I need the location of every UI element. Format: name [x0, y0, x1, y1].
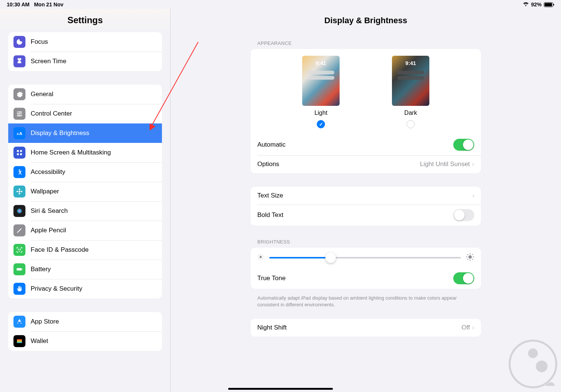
- appearance-dark[interactable]: 9:41 Dark: [392, 56, 429, 128]
- sidebar-item-display-brightness[interactable]: AA Display & Brightness: [8, 123, 162, 143]
- sidebar-item-apple-pencil[interactable]: Apple Pencil: [8, 221, 162, 240]
- text-panel: Text Size › Bold Text: [251, 187, 481, 226]
- sidebar-item-faceid[interactable]: Face ID & Passcode: [8, 240, 162, 260]
- radio-dark[interactable]: [407, 120, 415, 128]
- svg-point-18: [16, 191, 18, 192]
- sidebar-item-label: Face ID & Passcode: [31, 246, 89, 254]
- svg-rect-10: [17, 150, 19, 152]
- automatic-label: Automatic: [257, 141, 286, 148]
- sidebar-item-appstore[interactable]: App Store: [8, 312, 162, 331]
- sidebar-item-general[interactable]: General: [8, 85, 162, 104]
- sidebar-item-privacy[interactable]: Privacy & Security: [8, 279, 162, 298]
- night-shift-panel: Night Shift Off›: [251, 319, 481, 337]
- svg-rect-25: [17, 339, 22, 340]
- svg-rect-5: [17, 115, 22, 116]
- wifi-icon: [523, 2, 529, 7]
- svg-text:A: A: [17, 132, 19, 136]
- faceid-icon: [13, 244, 25, 256]
- chevron-right-icon: ›: [472, 160, 474, 168]
- sidebar-item-label: General: [31, 91, 53, 98]
- svg-point-33: [536, 361, 548, 372]
- sidebar-item-label: App Store: [31, 318, 59, 325]
- sidebar-item-label: Wallpaper: [31, 188, 59, 195]
- sidebar-group-2: App Store Wallet: [8, 312, 162, 351]
- svg-point-28: [260, 256, 262, 258]
- sidebar-item-label: Accessibility: [31, 168, 65, 176]
- svg-rect-12: [17, 153, 19, 155]
- appearance-light[interactable]: 9:41 Light: [302, 56, 340, 128]
- svg-rect-23: [17, 268, 22, 271]
- options-value: Light Until Sunset: [420, 160, 470, 168]
- moon-icon: [13, 36, 25, 48]
- status-time: 10:30 AM: [7, 1, 30, 7]
- options-row[interactable]: Options Light Until Sunset›: [251, 155, 481, 173]
- sidebar-item-control-center[interactable]: Control Center: [8, 104, 162, 123]
- sidebar-item-home-screen[interactable]: Home Screen & Multitasking: [8, 143, 162, 162]
- preview-light: 9:41: [302, 56, 340, 106]
- detail-title: Display & Brightness: [171, 9, 561, 40]
- sidebar-group-0: Focus Screen Time: [8, 32, 162, 71]
- sidebar-item-label: Control Center: [31, 110, 72, 117]
- svg-rect-24: [22, 269, 23, 270]
- siri-icon: [13, 205, 25, 217]
- automatic-toggle[interactable]: [453, 139, 474, 151]
- battery-icon: [13, 263, 25, 275]
- night-shift-row[interactable]: Night Shift Off›: [251, 319, 481, 337]
- night-shift-value: Off: [462, 324, 470, 331]
- grid-icon: [13, 147, 25, 159]
- radio-light[interactable]: [317, 120, 325, 128]
- true-tone-toggle[interactable]: [453, 272, 474, 284]
- sidebar-item-label: Siri & Search: [31, 207, 68, 215]
- sun-large-icon: [466, 253, 474, 263]
- sidebar-item-focus[interactable]: Focus: [8, 32, 162, 52]
- appearance-panel: 9:41 Light 9:41 Dark: [251, 49, 481, 173]
- svg-point-29: [468, 255, 472, 258]
- svg-point-17: [19, 193, 20, 195]
- sidebar-item-label: Display & Brightness: [31, 129, 89, 137]
- bold-text-label: Bold Text: [257, 211, 283, 219]
- night-shift-label: Night Shift: [257, 324, 286, 331]
- true-tone-row: True Tone: [251, 268, 481, 289]
- gear-icon: [13, 88, 25, 100]
- sliders-icon: [13, 108, 25, 120]
- battery-percent: 92%: [531, 1, 542, 7]
- sidebar-item-label: Battery: [31, 266, 51, 273]
- svg-point-20: [17, 208, 22, 214]
- svg-point-19: [21, 191, 22, 192]
- svg-point-7: [20, 113, 22, 115]
- sidebar-title: Settings: [0, 9, 170, 32]
- text-size-row[interactable]: Text Size ›: [251, 187, 481, 205]
- home-indicator[interactable]: [228, 388, 333, 390]
- bold-text-row: Bold Text: [251, 205, 481, 226]
- detail-pane: Display & Brightness APPEARANCE 9:41 Lig…: [171, 9, 561, 392]
- brightness-slider[interactable]: [269, 257, 461, 258]
- svg-rect-26: [17, 340, 22, 342]
- sidebar-item-screentime[interactable]: Screen Time: [8, 52, 162, 71]
- automatic-row: Automatic: [251, 134, 481, 155]
- sidebar-item-battery[interactable]: Battery: [8, 260, 162, 279]
- sidebar-item-wallet[interactable]: Wallet: [8, 331, 162, 351]
- svg-point-16: [19, 189, 20, 190]
- true-tone-hint: Automatically adapt iPad display based o…: [251, 292, 481, 308]
- sidebar-item-wallpaper[interactable]: Wallpaper: [8, 182, 162, 201]
- svg-point-6: [18, 111, 19, 113]
- sidebar-item-label: Home Screen & Multitasking: [31, 149, 111, 156]
- appstore-icon: [13, 316, 25, 328]
- bold-text-toggle[interactable]: [453, 209, 474, 221]
- svg-rect-13: [20, 153, 22, 155]
- sidebar-item-accessibility[interactable]: Accessibility: [8, 162, 162, 182]
- dark-label: Dark: [404, 110, 417, 116]
- light-label: Light: [315, 110, 328, 116]
- text-size-icon: AA: [13, 127, 25, 139]
- accessibility-icon: [13, 166, 25, 178]
- sidebar: Settings Focus Screen Time General: [0, 9, 171, 392]
- sidebar-item-label: Apple Pencil: [31, 227, 66, 234]
- sidebar-item-siri[interactable]: Siri & Search: [8, 201, 162, 221]
- svg-rect-11: [20, 150, 22, 152]
- preview-dark: 9:41: [392, 56, 429, 106]
- true-tone-label: True Tone: [257, 275, 286, 282]
- brightness-slider-row: [251, 248, 481, 268]
- flower-icon: [13, 186, 25, 197]
- svg-point-32: [528, 348, 538, 358]
- svg-point-22: [20, 249, 21, 250]
